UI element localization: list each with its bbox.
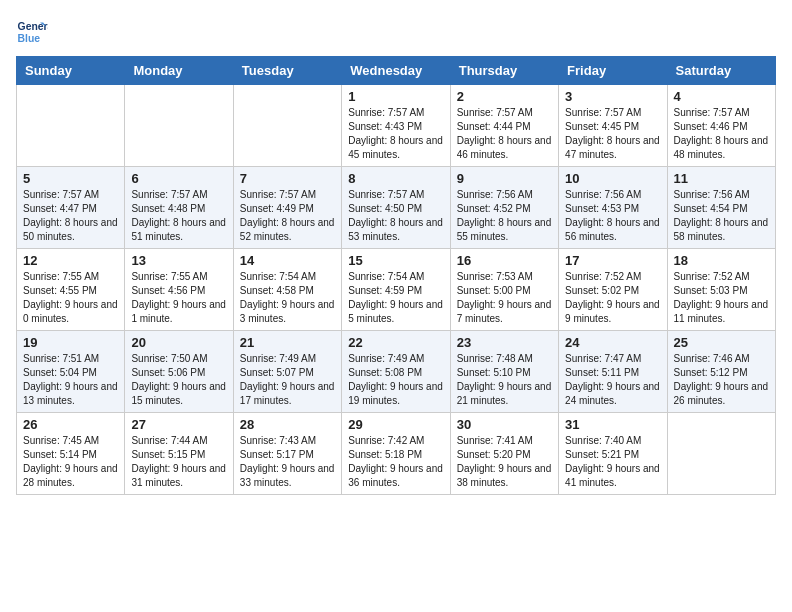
- day-info: Sunrise: 7:41 AM Sunset: 5:20 PM Dayligh…: [457, 434, 552, 490]
- day-number: 25: [674, 335, 769, 350]
- calendar: SundayMondayTuesdayWednesdayThursdayFrid…: [16, 56, 776, 495]
- weekday-header-thursday: Thursday: [450, 57, 558, 85]
- day-info: Sunrise: 7:49 AM Sunset: 5:07 PM Dayligh…: [240, 352, 335, 408]
- calendar-cell: 10Sunrise: 7:56 AM Sunset: 4:53 PM Dayli…: [559, 167, 667, 249]
- day-number: 30: [457, 417, 552, 432]
- day-info: Sunrise: 7:55 AM Sunset: 4:56 PM Dayligh…: [131, 270, 226, 326]
- day-info: Sunrise: 7:42 AM Sunset: 5:18 PM Dayligh…: [348, 434, 443, 490]
- week-row-4: 19Sunrise: 7:51 AM Sunset: 5:04 PM Dayli…: [17, 331, 776, 413]
- day-info: Sunrise: 7:57 AM Sunset: 4:46 PM Dayligh…: [674, 106, 769, 162]
- calendar-cell: 21Sunrise: 7:49 AM Sunset: 5:07 PM Dayli…: [233, 331, 341, 413]
- day-number: 2: [457, 89, 552, 104]
- calendar-cell: [667, 413, 775, 495]
- day-number: 29: [348, 417, 443, 432]
- calendar-cell: 29Sunrise: 7:42 AM Sunset: 5:18 PM Dayli…: [342, 413, 450, 495]
- calendar-cell: 30Sunrise: 7:41 AM Sunset: 5:20 PM Dayli…: [450, 413, 558, 495]
- calendar-cell: [125, 85, 233, 167]
- day-info: Sunrise: 7:57 AM Sunset: 4:49 PM Dayligh…: [240, 188, 335, 244]
- calendar-cell: 28Sunrise: 7:43 AM Sunset: 5:17 PM Dayli…: [233, 413, 341, 495]
- page-header: General Blue: [16, 16, 776, 48]
- day-info: Sunrise: 7:57 AM Sunset: 4:43 PM Dayligh…: [348, 106, 443, 162]
- calendar-cell: 26Sunrise: 7:45 AM Sunset: 5:14 PM Dayli…: [17, 413, 125, 495]
- calendar-cell: 5Sunrise: 7:57 AM Sunset: 4:47 PM Daylig…: [17, 167, 125, 249]
- calendar-cell: 25Sunrise: 7:46 AM Sunset: 5:12 PM Dayli…: [667, 331, 775, 413]
- day-number: 4: [674, 89, 769, 104]
- calendar-cell: 22Sunrise: 7:49 AM Sunset: 5:08 PM Dayli…: [342, 331, 450, 413]
- weekday-header-friday: Friday: [559, 57, 667, 85]
- day-info: Sunrise: 7:52 AM Sunset: 5:02 PM Dayligh…: [565, 270, 660, 326]
- day-info: Sunrise: 7:56 AM Sunset: 4:52 PM Dayligh…: [457, 188, 552, 244]
- weekday-header-sunday: Sunday: [17, 57, 125, 85]
- day-info: Sunrise: 7:48 AM Sunset: 5:10 PM Dayligh…: [457, 352, 552, 408]
- day-info: Sunrise: 7:52 AM Sunset: 5:03 PM Dayligh…: [674, 270, 769, 326]
- calendar-cell: 4Sunrise: 7:57 AM Sunset: 4:46 PM Daylig…: [667, 85, 775, 167]
- calendar-cell: 12Sunrise: 7:55 AM Sunset: 4:55 PM Dayli…: [17, 249, 125, 331]
- day-number: 11: [674, 171, 769, 186]
- day-number: 17: [565, 253, 660, 268]
- day-info: Sunrise: 7:47 AM Sunset: 5:11 PM Dayligh…: [565, 352, 660, 408]
- svg-text:Blue: Blue: [18, 33, 41, 44]
- calendar-cell: 23Sunrise: 7:48 AM Sunset: 5:10 PM Dayli…: [450, 331, 558, 413]
- day-number: 31: [565, 417, 660, 432]
- day-info: Sunrise: 7:43 AM Sunset: 5:17 PM Dayligh…: [240, 434, 335, 490]
- weekday-header-tuesday: Tuesday: [233, 57, 341, 85]
- day-number: 24: [565, 335, 660, 350]
- weekday-header-monday: Monday: [125, 57, 233, 85]
- calendar-cell: 18Sunrise: 7:52 AM Sunset: 5:03 PM Dayli…: [667, 249, 775, 331]
- weekday-header-row: SundayMondayTuesdayWednesdayThursdayFrid…: [17, 57, 776, 85]
- calendar-cell: 19Sunrise: 7:51 AM Sunset: 5:04 PM Dayli…: [17, 331, 125, 413]
- calendar-cell: 31Sunrise: 7:40 AM Sunset: 5:21 PM Dayli…: [559, 413, 667, 495]
- calendar-cell: 9Sunrise: 7:56 AM Sunset: 4:52 PM Daylig…: [450, 167, 558, 249]
- day-info: Sunrise: 7:57 AM Sunset: 4:50 PM Dayligh…: [348, 188, 443, 244]
- calendar-cell: 24Sunrise: 7:47 AM Sunset: 5:11 PM Dayli…: [559, 331, 667, 413]
- calendar-cell: 8Sunrise: 7:57 AM Sunset: 4:50 PM Daylig…: [342, 167, 450, 249]
- day-info: Sunrise: 7:56 AM Sunset: 4:53 PM Dayligh…: [565, 188, 660, 244]
- day-number: 1: [348, 89, 443, 104]
- day-number: 22: [348, 335, 443, 350]
- day-number: 21: [240, 335, 335, 350]
- day-info: Sunrise: 7:44 AM Sunset: 5:15 PM Dayligh…: [131, 434, 226, 490]
- calendar-cell: 14Sunrise: 7:54 AM Sunset: 4:58 PM Dayli…: [233, 249, 341, 331]
- day-info: Sunrise: 7:49 AM Sunset: 5:08 PM Dayligh…: [348, 352, 443, 408]
- day-info: Sunrise: 7:40 AM Sunset: 5:21 PM Dayligh…: [565, 434, 660, 490]
- day-number: 8: [348, 171, 443, 186]
- calendar-cell: 3Sunrise: 7:57 AM Sunset: 4:45 PM Daylig…: [559, 85, 667, 167]
- day-number: 19: [23, 335, 118, 350]
- week-row-5: 26Sunrise: 7:45 AM Sunset: 5:14 PM Dayli…: [17, 413, 776, 495]
- week-row-3: 12Sunrise: 7:55 AM Sunset: 4:55 PM Dayli…: [17, 249, 776, 331]
- day-info: Sunrise: 7:54 AM Sunset: 4:58 PM Dayligh…: [240, 270, 335, 326]
- logo-icon: General Blue: [16, 16, 48, 48]
- day-info: Sunrise: 7:54 AM Sunset: 4:59 PM Dayligh…: [348, 270, 443, 326]
- day-info: Sunrise: 7:55 AM Sunset: 4:55 PM Dayligh…: [23, 270, 118, 326]
- day-number: 16: [457, 253, 552, 268]
- day-number: 9: [457, 171, 552, 186]
- day-info: Sunrise: 7:51 AM Sunset: 5:04 PM Dayligh…: [23, 352, 118, 408]
- day-number: 15: [348, 253, 443, 268]
- day-number: 20: [131, 335, 226, 350]
- calendar-cell: 1Sunrise: 7:57 AM Sunset: 4:43 PM Daylig…: [342, 85, 450, 167]
- day-number: 28: [240, 417, 335, 432]
- day-info: Sunrise: 7:56 AM Sunset: 4:54 PM Dayligh…: [674, 188, 769, 244]
- day-number: 3: [565, 89, 660, 104]
- weekday-header-saturday: Saturday: [667, 57, 775, 85]
- calendar-cell: 15Sunrise: 7:54 AM Sunset: 4:59 PM Dayli…: [342, 249, 450, 331]
- day-info: Sunrise: 7:57 AM Sunset: 4:48 PM Dayligh…: [131, 188, 226, 244]
- week-row-1: 1Sunrise: 7:57 AM Sunset: 4:43 PM Daylig…: [17, 85, 776, 167]
- week-row-2: 5Sunrise: 7:57 AM Sunset: 4:47 PM Daylig…: [17, 167, 776, 249]
- calendar-cell: 17Sunrise: 7:52 AM Sunset: 5:02 PM Dayli…: [559, 249, 667, 331]
- day-number: 6: [131, 171, 226, 186]
- calendar-cell: [17, 85, 125, 167]
- day-number: 14: [240, 253, 335, 268]
- day-info: Sunrise: 7:53 AM Sunset: 5:00 PM Dayligh…: [457, 270, 552, 326]
- calendar-cell: 11Sunrise: 7:56 AM Sunset: 4:54 PM Dayli…: [667, 167, 775, 249]
- calendar-cell: 20Sunrise: 7:50 AM Sunset: 5:06 PM Dayli…: [125, 331, 233, 413]
- day-number: 23: [457, 335, 552, 350]
- day-number: 26: [23, 417, 118, 432]
- day-info: Sunrise: 7:57 AM Sunset: 4:45 PM Dayligh…: [565, 106, 660, 162]
- logo: General Blue: [16, 16, 48, 48]
- weekday-header-wednesday: Wednesday: [342, 57, 450, 85]
- day-info: Sunrise: 7:50 AM Sunset: 5:06 PM Dayligh…: [131, 352, 226, 408]
- calendar-cell: 2Sunrise: 7:57 AM Sunset: 4:44 PM Daylig…: [450, 85, 558, 167]
- calendar-cell: 16Sunrise: 7:53 AM Sunset: 5:00 PM Dayli…: [450, 249, 558, 331]
- calendar-cell: 27Sunrise: 7:44 AM Sunset: 5:15 PM Dayli…: [125, 413, 233, 495]
